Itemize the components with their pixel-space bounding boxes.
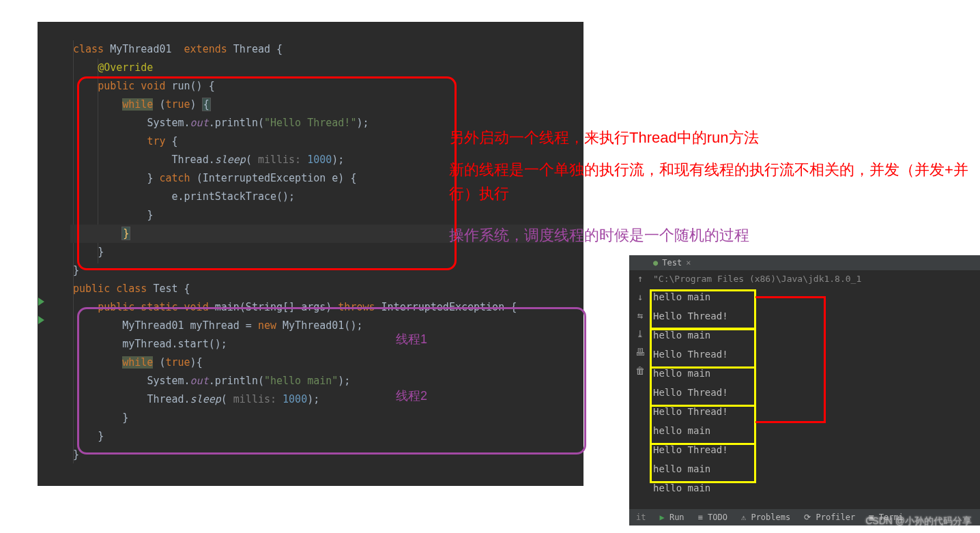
profiler-tab[interactable]: ⟳ Profiler [804, 513, 855, 522]
label-thread2: 线程2 [396, 388, 427, 404]
annotation-red-2: 新的线程是一个单独的执行流，和现有线程的执行流不相关的，并发（并发+并行）执行 [449, 158, 980, 205]
annotation-purple: 操作系统，调度线程的时候是一个随机的过程 [449, 225, 980, 246]
arrow-up-icon[interactable]: ↑ [634, 273, 646, 285]
label-thread1: 线程1 [396, 331, 427, 347]
run-gutter-icon[interactable] [38, 316, 44, 324]
annotation-red-1: 另外启动一个线程，来执行Thread中的run方法 [449, 126, 980, 149]
code-editor[interactable]: class MyThread01 extends Thread { @Overr… [38, 22, 583, 486]
console-output: hello main Hello Thread! hello main Hell… [629, 287, 980, 498]
todo-tab[interactable]: ≡ TODO [698, 513, 727, 522]
console-tab[interactable]: ●Test× [629, 255, 980, 270]
watermark: CSDN @小孙的代码分享 [865, 515, 972, 528]
run-gutter-icon[interactable] [38, 298, 44, 306]
problems-tab[interactable]: ⚠ Problems [741, 513, 790, 522]
console-path: "C:\Program Files (x86)\Java\jdk1.8.0_1 [629, 270, 980, 287]
console-panel[interactable]: ●Test× ↑ ↓ ⇆ ⤓ 🖶 🗑 "C:\Program Files (x8… [629, 255, 980, 525]
run-tab[interactable]: Run [669, 513, 684, 522]
